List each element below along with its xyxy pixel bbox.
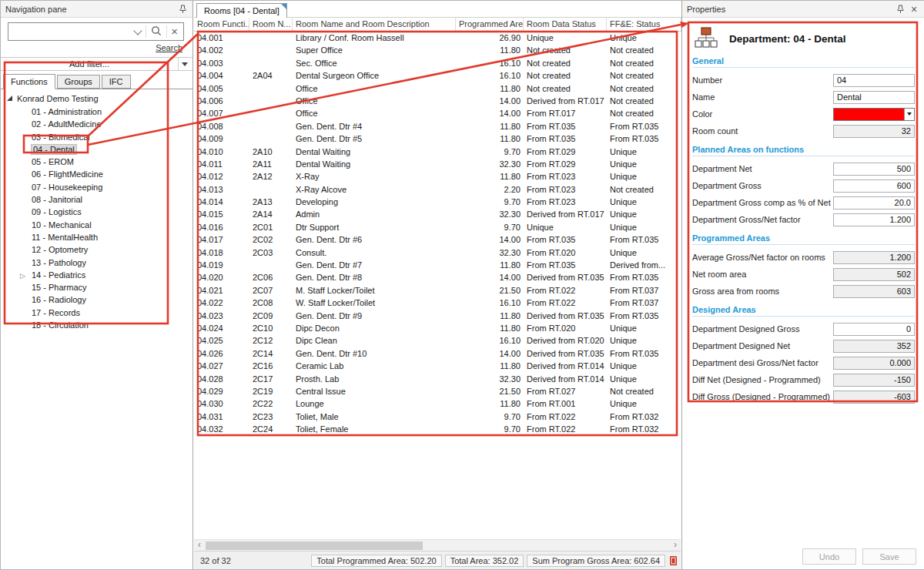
table-row[interactable]: 04.0202C06Gen. Dent. Dtr #814.00Derived … (194, 271, 681, 283)
table-row[interactable]: 04.0042A04Dental Surgeon Office16.10Not … (194, 69, 681, 82)
table-row[interactable]: 04.0242C10Dipc Decon11.80From RT.020Uniq… (194, 322, 681, 334)
sidebar-item-circulation[interactable]: 18 - Circulation (1, 319, 192, 331)
table-row[interactable]: 04.0222C08W. Staff Locker/Toilet16.10Fro… (194, 297, 681, 309)
table-row[interactable]: 04.0302C22Lounge11.80From RT.001Unique (194, 397, 681, 410)
scroll-right-arrow[interactable]: › (670, 540, 681, 551)
tab-groups[interactable]: Groups (57, 75, 100, 89)
table-row[interactable]: 04.0142A13Developing9.70From RT.023Uniqu… (194, 196, 681, 208)
sidebar-item-erom[interactable]: 05 - EROM (1, 156, 192, 168)
sidebar-item-janitorial[interactable]: 08 - Janitorial (1, 193, 192, 206)
column-header-room-function[interactable]: Room Functi... (194, 18, 249, 31)
area-calc-icon[interactable] (669, 555, 678, 566)
sidebar-item-housekeeping[interactable]: 07 - Housekeeping (1, 181, 192, 193)
table-row[interactable]: 04.019Gen. Dent. Dtr #711.80From RT.035D… (194, 259, 681, 271)
sidebar-item-radiology[interactable]: 16 - Radiology (1, 293, 192, 306)
table-cell: 2A04 (249, 69, 293, 82)
save-button[interactable]: Save (862, 548, 916, 565)
table-row[interactable]: 04.0152A14Admin32.30Derived from RT.017U… (194, 208, 681, 220)
search-input[interactable] (8, 24, 133, 39)
pin-icon[interactable] (177, 4, 188, 15)
sidebar-item-pediatrics[interactable]: ▷14 - Pediatrics (1, 269, 192, 281)
table-row[interactable]: 04.0292C19Central Issue21.50From RT.027N… (194, 385, 681, 397)
sidebar-item-records[interactable]: 17 - Records (1, 307, 192, 319)
field-input-department-gross[interactable] (833, 179, 915, 193)
table-row[interactable]: 04.007Office14.00From RT.017Not created (194, 107, 681, 119)
tree-item-label: 16 - Radiology (32, 295, 86, 304)
sidebar-item-biomedical[interactable]: 03 - Biomedical (1, 131, 192, 143)
dropdown-arrow-icon[interactable] (182, 62, 188, 66)
sidebar-item-flightmedicine[interactable]: 06 - FlightMedicine (1, 168, 192, 180)
field-label: Department Net (692, 164, 833, 173)
field-input-department-designed-gross[interactable] (833, 323, 915, 336)
table-row[interactable]: 04.0112A11Dental Waiting32.30From RT.029… (194, 158, 681, 170)
tab-ifc[interactable]: IFC (102, 75, 131, 89)
sidebar-item-adultmedicine[interactable]: 02 - AdultMedicine (1, 118, 192, 130)
table-cell: 32.30 (456, 208, 524, 220)
dropdown-arrow-icon[interactable] (904, 109, 914, 120)
table-row[interactable]: 04.0102A10Dental Waiting9.70From RT.029U… (194, 146, 681, 158)
table-row[interactable]: 04.0182C03Consult.32.30From RT.020Unique (194, 246, 681, 259)
table-row[interactable]: 04.0122A12X-Ray11.80From RT.023Unique (194, 170, 681, 183)
field-input-department-gross-net-factor[interactable] (833, 213, 915, 226)
search-icon[interactable] (151, 25, 162, 38)
field-input-department-gross-comp-as-of-net[interactable] (833, 196, 915, 210)
column-header-room-number[interactable]: Room N... (249, 18, 293, 31)
undo-button[interactable]: Undo (802, 548, 856, 565)
pin-icon[interactable] (895, 4, 906, 15)
tree-root-konrad-demo-testing[interactable]: Konrad Demo Testing (1, 92, 192, 106)
table-row[interactable]: 04.0312C23Toliet, Male9.70From RT.022Fro… (194, 411, 681, 423)
table-row[interactable]: 04.009Gen. Dent. Dtr #511.80From RT.035F… (194, 132, 681, 145)
table-row[interactable]: 04.0282C17Prosth. Lab32.30Derived from R… (194, 373, 681, 385)
field-row: Diff Net (Designed - Programmed) (692, 371, 915, 388)
column-header-ffe-status[interactable]: FF&E: Status (607, 18, 681, 31)
table-row[interactable]: 04.0162C01Dtr Support9.70UniqueUnique (194, 221, 681, 233)
table-row[interactable]: 04.0172C02Gen. Dent. Dtr #614.00From RT.… (194, 233, 681, 246)
sidebar-item-optometry[interactable]: 12 - Optometry (1, 243, 192, 256)
field-input-number[interactable] (833, 74, 915, 87)
table-row[interactable]: 04.0272C16Ceramic Lab11.80Derived from R… (194, 360, 681, 372)
collapse-icon[interactable] (7, 96, 12, 101)
field-row: Name (692, 89, 915, 106)
table-row[interactable]: 04.002Super Office11.80Not createdNot cr… (194, 44, 681, 56)
add-filter-dropdown[interactable]: Add filter... (1, 57, 192, 71)
expand-icon[interactable]: ▷ (20, 270, 25, 282)
sidebar-item-logistics[interactable]: 09 - Logistics (1, 206, 192, 218)
table-row[interactable]: 04.008Gen. Dent. Dtr #411.80From RT.035F… (194, 120, 681, 132)
scrollbar-thumb[interactable] (206, 542, 423, 550)
column-header-programmed-area[interactable]: Programmed Area (456, 18, 524, 31)
column-header-room-name[interactable]: Room Name and Room Description (293, 18, 456, 31)
table-row[interactable]: 04.001Library / Conf. Room Hassell26.90U… (194, 32, 681, 44)
field-input-name[interactable] (833, 91, 915, 104)
table-cell (249, 120, 293, 132)
table-row[interactable]: 04.0212C07M. Staff Locker/Toilet21.50Fro… (194, 284, 681, 297)
search-link[interactable]: Search (156, 43, 182, 52)
table-row[interactable]: 04.013X-Ray Alcove2.20From RT.023Not cre… (194, 183, 681, 196)
column-header-room-data-status[interactable]: Room Data Status (524, 18, 607, 31)
table-cell: Not created (607, 385, 681, 397)
table-cell: From RT.029 (524, 146, 607, 158)
chevron-down-icon[interactable] (134, 26, 142, 35)
horizontal-scrollbar[interactable]: ‹ › (194, 539, 681, 551)
close-icon[interactable]: × (909, 4, 919, 15)
table-row[interactable]: 04.0252C12Dipc Clean16.10Derived from RT… (194, 334, 681, 347)
sidebar-item-administration[interactable]: 01 - Administration (1, 106, 192, 118)
sidebar-item-dental[interactable]: 04 - Dental (1, 143, 192, 156)
field-input-department-net[interactable] (833, 163, 915, 176)
table-row[interactable]: 04.0262C14Gen. Dent. Dtr #1014.00Derived… (194, 347, 681, 360)
sidebar-item-mechanical[interactable]: 10 - Mechanical (1, 219, 192, 231)
tab-functions[interactable]: Functions (3, 74, 55, 89)
table-row[interactable]: 04.0322C24Toliet, Female9.70From RT.022F… (194, 423, 681, 435)
clear-search-icon[interactable]: × (167, 24, 183, 39)
table-row[interactable]: 04.0232C09Gen. Dent. Dtr #911.80Derived … (194, 310, 681, 322)
color-picker[interactable] (833, 108, 915, 121)
scroll-left-arrow[interactable]: ‹ (194, 540, 205, 551)
table-row[interactable]: 04.005Office11.80Not createdNot created (194, 82, 681, 95)
tab-rooms-04-dental[interactable]: Rooms [04 - Dental] (196, 3, 287, 18)
sidebar-item-pathology[interactable]: 13 - Pathology (1, 256, 192, 269)
sidebar-item-pharmacy[interactable]: 15 - Pharmacy (1, 281, 192, 293)
field-label: Name (692, 92, 833, 102)
table-row[interactable]: 04.003Sec. Office16.10Not createdNot cre… (194, 57, 681, 69)
sidebar-item-mentalhealth[interactable]: 11 - MentalHealth (1, 231, 192, 243)
table-cell: 04.008 (194, 120, 249, 132)
table-row[interactable]: 04.006Office14.00Derived from RT.017Not … (194, 95, 681, 107)
